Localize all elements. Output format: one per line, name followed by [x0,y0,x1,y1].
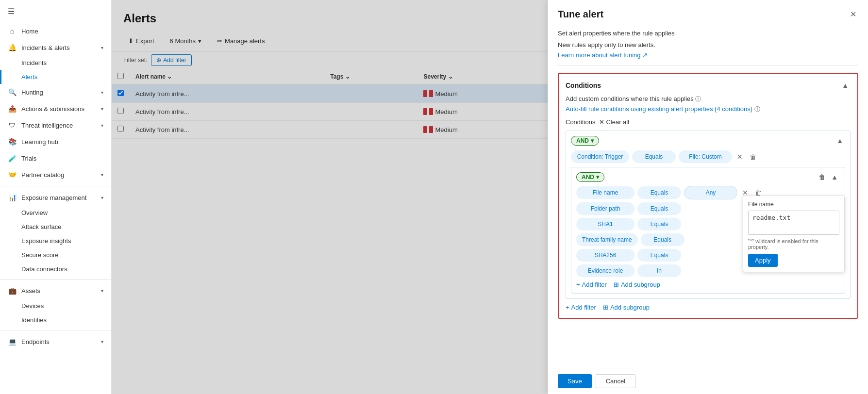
equals-pill-outer[interactable]: Equals [632,150,676,163]
sidebar-item-actions[interactable]: 📤 Actions & submissions ▾ [0,100,111,117]
inner-bottom-actions: + Add filter ⊞ Add subgroup [576,281,840,288]
evidence-role-pill[interactable]: Evidence role [576,264,634,277]
filename-popup-label: File name [748,201,839,208]
inner-and-group: AND ▾ 🗑 ▲ [571,167,845,294]
sidebar-item-home[interactable]: ⌂ Home [0,23,111,39]
panel-header: Tune alert ✕ [548,0,868,29]
divider-1 [0,186,111,186]
sidebar-item-incidents-alerts[interactable]: 🔔 Incidents & alerts ▾ [0,39,111,56]
inner-add-subgroup-button[interactable]: ⊞ Add subgroup [614,281,660,288]
info-icon-1[interactable]: ⓘ [695,96,701,102]
equals-pill-sha256[interactable]: Equals [637,249,681,262]
sidebar-label-threat-intelligence: Threat intelligence [21,122,73,129]
and-badge-inner[interactable]: AND ▾ [576,172,604,182]
chevron-down-icon-threat: ▾ [101,123,103,128]
sidebar-item-endpoints[interactable]: 💻 Endpoints ▾ [0,333,111,350]
apply-button[interactable]: Apply [748,254,778,267]
sidebar: ☰ ⌂ Home 🔔 Incidents & alerts ▾ Incident… [0,0,112,394]
chevron-up-icon: ▲ [842,82,849,89]
filename-popup: File name readme.txt "*" wildcard is ena… [743,196,845,272]
divider-2 [0,279,111,279]
threat-family-pill[interactable]: Threat family name [576,233,638,246]
assets-icon: 💼 [8,287,17,295]
sidebar-label-actions: Actions & submissions [21,105,84,113]
equals-pill-sha1[interactable]: Equals [637,218,681,230]
file-name-pill[interactable]: File name [576,186,634,199]
conditions-title: Conditions [566,82,601,89]
equals-pill-filename[interactable]: Equals [637,186,681,199]
outer-condition-row: Condition: Trigger Equals File: Custom ✕ [571,150,845,163]
cancel-button[interactable]: Cancel [596,374,635,388]
sidebar-child-incidents[interactable]: Incidents [0,56,111,70]
sidebar-label-learning-hub: Learning hub [21,138,58,146]
sidebar-child-overview[interactable]: Overview [0,206,111,220]
partner-icon: 🤝 [8,171,17,179]
outer-add-filter-button[interactable]: + Add filter [566,304,596,311]
sidebar-label-data-connectors: Data connectors [21,265,67,273]
sidebar-item-exposure-management[interactable]: 📊 Exposure management ▾ [0,189,111,206]
endpoints-icon: 💻 [8,338,17,345]
sidebar-child-identities[interactable]: Identities [0,313,111,327]
conditions-bottom-actions: + Add filter ⊞ Add subgroup [566,304,851,311]
folder-path-pill[interactable]: Folder path [576,202,634,215]
collapse-outer-group-button[interactable]: ▲ [835,136,845,146]
sha1-pill[interactable]: SHA1 [576,218,634,230]
chevron-down-icon-assets: ▾ [101,288,103,294]
learn-more-link[interactable]: Learn more about alert tuning ↗ [558,51,648,59]
sidebar-label-hunting: Hunting [21,89,43,96]
sidebar-child-attack-surface[interactable]: Attack surface [0,220,111,234]
hamburger-menu[interactable]: ☰ [0,0,111,23]
bell-icon: 🔔 [8,44,17,51]
plus-icon-outer: + [566,304,569,311]
remove-outer-condition-button[interactable]: ✕ [735,152,745,162]
sidebar-label-trials: Trials [21,155,36,162]
delete-outer-condition-button[interactable]: 🗑 [748,152,758,162]
file-custom-pill[interactable]: File: Custom [679,150,732,163]
collapse-inner-group-button[interactable]: ▲ [829,172,840,182]
chevron-and-outer: ▾ [591,137,594,144]
and-badge-outer[interactable]: AND ▾ [571,136,599,146]
sidebar-child-alerts[interactable]: Alerts [0,70,111,84]
sidebar-child-exposure-insights[interactable]: Exposure insights [0,234,111,248]
collapse-conditions-button[interactable]: ▲ [840,81,851,90]
close-icon-outer: ✕ [737,153,743,161]
sidebar-item-partner-catalog[interactable]: 🤝 Partner catalog ▾ [0,166,111,183]
sidebar-label-incidents-alerts: Incidents & alerts [21,44,70,51]
learning-icon: 📚 [8,138,17,146]
equals-pill-folder[interactable]: Equals [637,202,681,215]
actions-icon: 📤 [8,105,17,113]
outer-add-subgroup-button[interactable]: ⊞ Add subgroup [603,304,650,311]
close-button[interactable]: ✕ [848,8,858,21]
inner-add-filter-button[interactable]: + Add filter [576,281,607,288]
condition-trigger-pill[interactable]: Condition: Trigger [571,150,629,163]
delete-inner-group-button[interactable]: 🗑 [817,172,827,182]
sidebar-item-hunting[interactable]: 🔍 Hunting ▾ [0,84,111,100]
close-icon-clear: ✕ [599,118,604,126]
in-pill-evidence[interactable]: In [637,264,681,277]
chevron-down-icon: ▾ [101,45,103,50]
sidebar-item-threat-intelligence[interactable]: 🛡 Threat intelligence ▾ [0,117,111,133]
chevron-up-inner-icon: ▲ [831,173,838,181]
filename-input[interactable]: readme.txt [748,211,839,235]
info-icon-2[interactable]: ⓘ [754,106,760,113]
sidebar-child-devices[interactable]: Devices [0,299,111,313]
sidebar-item-assets[interactable]: 💼 Assets ▾ [0,282,111,299]
autofill-link[interactable]: Auto-fill rule conditions using existing… [566,105,851,114]
sha256-pill[interactable]: SHA256 [576,249,634,262]
chevron-down-icon-endpoints: ▾ [101,339,103,345]
any-value-pill[interactable]: Any [684,186,737,199]
inner-and-header: AND ▾ 🗑 ▲ [576,172,840,182]
and-label-inner: AND [582,174,594,181]
conditions-bar-label: Conditions [566,118,595,126]
equals-pill-threat[interactable]: Equals [641,233,684,246]
panel-desc-1: Set alert properties where the rule appl… [558,29,858,38]
sidebar-item-learning-hub[interactable]: 📚 Learning hub [0,133,111,150]
sidebar-item-trials[interactable]: 🧪 Trials [0,150,111,166]
wildcard-note: "*" wildcard is enabled for this propert… [748,238,839,250]
clear-all-button[interactable]: ✕ Clear all [599,118,629,126]
sidebar-child-data-connectors[interactable]: Data connectors [0,262,111,276]
sidebar-child-secure-score[interactable]: Secure score [0,248,111,262]
save-button[interactable]: Save [558,374,592,388]
exposure-icon: 📊 [8,194,17,201]
panel-divider-1 [558,66,858,66]
